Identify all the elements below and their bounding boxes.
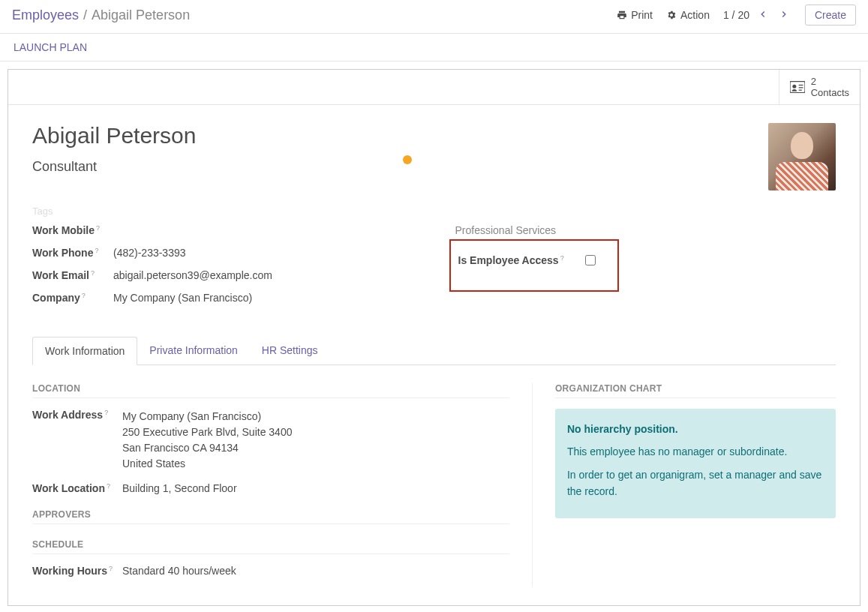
action-label: Action bbox=[680, 9, 710, 21]
gear-icon bbox=[666, 10, 677, 20]
highlighted-region: Is Employee Access? bbox=[449, 239, 619, 292]
org-alert-head: No hierarchy position. bbox=[567, 421, 824, 437]
org-alert-line2: In order to get an organigram, set a man… bbox=[567, 466, 824, 500]
org-alert-line1: This employee has no manager or subordin… bbox=[567, 443, 824, 460]
contacts-stat-button[interactable]: 2 Contacts bbox=[779, 70, 860, 104]
work-phone-value: (482)-233-3393 bbox=[113, 247, 186, 259]
pager-next[interactable] bbox=[776, 9, 791, 22]
pager: 1 / 20 bbox=[723, 9, 791, 22]
tab-private-information[interactable]: Private Information bbox=[137, 337, 250, 365]
breadcrumb-leaf: Abigail Peterson bbox=[92, 8, 190, 23]
work-mobile-label: Work Mobile? bbox=[32, 224, 113, 236]
launch-plan-button[interactable]: LAUNCH PLAN bbox=[14, 41, 87, 53]
contacts-count: 2 bbox=[811, 76, 849, 87]
pager-text: 1 / 20 bbox=[723, 9, 749, 21]
work-location-label: Work Location? bbox=[32, 482, 122, 494]
print-label: Print bbox=[631, 9, 653, 21]
location-section-title: LOCATION bbox=[32, 383, 509, 398]
approvers-section-title: APPROVERS bbox=[32, 509, 509, 524]
work-location-value: Building 1, Second Floor bbox=[122, 482, 237, 494]
employee-name: Abigail Peterson bbox=[32, 123, 196, 148]
breadcrumb: Employees / Abigail Peterson bbox=[12, 8, 190, 23]
avatar[interactable] bbox=[768, 123, 836, 190]
company-value: My Company (San Francisco) bbox=[113, 292, 252, 304]
contacts-label: Contacts bbox=[811, 87, 849, 98]
pager-prev[interactable] bbox=[755, 9, 770, 22]
breadcrumb-sep: / bbox=[83, 8, 87, 23]
employee-access-checkbox[interactable] bbox=[585, 255, 596, 266]
form-sheet: 2 Contacts Abigail Peterson Consultant T… bbox=[8, 69, 860, 606]
org-chart-alert: No hierarchy position. This employee has… bbox=[555, 409, 836, 518]
print-button[interactable]: Print bbox=[617, 9, 653, 21]
tab-work-information[interactable]: Work Information bbox=[32, 337, 137, 365]
breadcrumb-root[interactable]: Employees bbox=[12, 8, 79, 23]
schedule-section-title: SCHEDULE bbox=[32, 539, 509, 554]
print-icon bbox=[617, 10, 627, 20]
create-button[interactable]: Create bbox=[805, 4, 856, 26]
work-email-value: abigail.peterson39@example.com bbox=[113, 269, 272, 281]
presence-indicator bbox=[403, 155, 412, 164]
employee-access-label: Is Employee Access? bbox=[458, 254, 564, 266]
department-value: Professional Services bbox=[455, 224, 836, 236]
work-address-value: My Company (San Francisco) 250 Executive… bbox=[122, 409, 292, 472]
tabs: Work Information Private Information HR … bbox=[32, 337, 836, 365]
action-button[interactable]: Action bbox=[666, 9, 710, 21]
svg-point-1 bbox=[792, 85, 796, 88]
chevron-right-icon bbox=[779, 9, 789, 20]
tab-hr-settings[interactable]: HR Settings bbox=[250, 337, 330, 365]
company-label: Company? bbox=[32, 292, 113, 304]
work-address-label: Work Address? bbox=[32, 409, 122, 421]
chevron-left-icon bbox=[758, 9, 768, 20]
tags-field[interactable]: Tags bbox=[32, 206, 836, 217]
job-title: Consultant bbox=[32, 159, 196, 175]
org-chart-title: ORGANIZATION CHART bbox=[555, 383, 836, 398]
work-email-label: Work Email? bbox=[32, 269, 113, 281]
contacts-icon bbox=[790, 81, 805, 93]
working-hours-value: Standard 40 hours/week bbox=[122, 565, 236, 577]
work-phone-label: Work Phone? bbox=[32, 247, 113, 259]
working-hours-label: Working Hours? bbox=[32, 565, 122, 577]
